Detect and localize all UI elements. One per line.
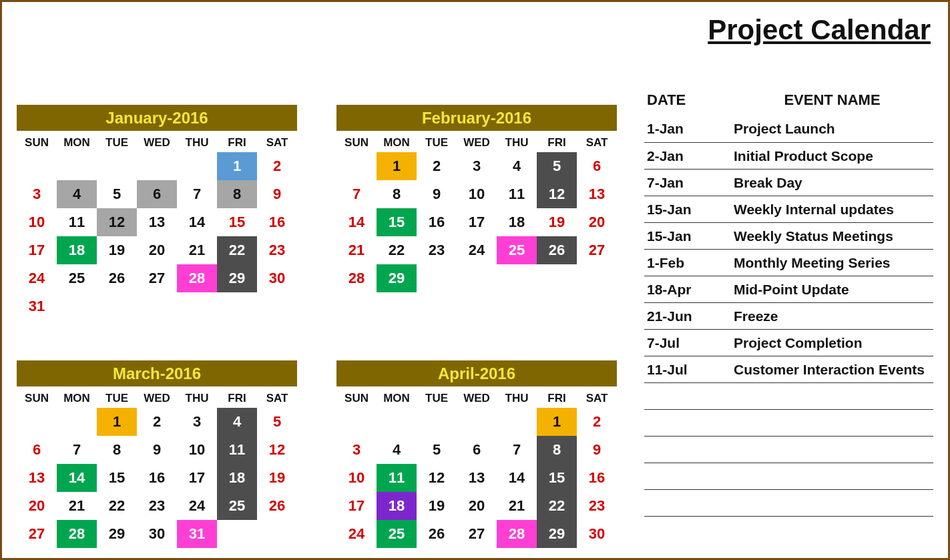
day-cell <box>257 292 297 320</box>
dow-header: TUE <box>97 386 137 408</box>
event-row: 7-JanBreak Day <box>644 169 933 196</box>
page-title: Project Calendar <box>644 11 933 46</box>
day-cell <box>137 152 177 180</box>
event-row: 1-FebMonthly Meeting Series <box>644 249 933 276</box>
day-cell: 8 <box>377 180 417 208</box>
month-title: February-2016 <box>336 105 617 131</box>
dow-header: WED <box>457 131 497 152</box>
day-cell: 28 <box>497 520 537 548</box>
day-cell: 3 <box>177 408 217 436</box>
dow-header: SUN <box>17 386 57 408</box>
day-cell: 16 <box>417 208 457 236</box>
month-title: April-2016 <box>336 360 617 386</box>
day-cell: 13 <box>577 180 617 208</box>
day-cell: 20 <box>137 236 177 264</box>
event-date: 1-Jan <box>644 115 731 142</box>
event-name: Project Completion <box>731 329 933 356</box>
day-cell: 4 <box>57 180 97 208</box>
day-cell <box>57 152 97 180</box>
dow-header: WED <box>457 386 497 408</box>
day-cell: 9 <box>577 436 617 464</box>
day-cell: 22 <box>377 236 417 264</box>
day-cell: 24 <box>457 236 497 264</box>
day-cell: 17 <box>457 208 497 236</box>
day-cell <box>417 264 457 292</box>
day-cell: 21 <box>57 492 97 520</box>
day-cell: 19 <box>97 236 137 264</box>
dow-header: FRI <box>537 131 577 152</box>
event-row: 11-JulCustomer Interaction Events <box>644 356 933 382</box>
event-row: 15-JanWeekly Internal updates <box>644 196 933 222</box>
dow-header: WED <box>137 131 177 152</box>
day-cell: 27 <box>137 264 177 292</box>
day-cell: 20 <box>577 208 617 236</box>
event-date <box>644 489 731 516</box>
day-cell: 14 <box>57 464 97 492</box>
day-cell: 24 <box>336 520 377 548</box>
day-cell: 15 <box>217 208 257 236</box>
event-row-empty <box>644 463 933 489</box>
event-date: 21-Jun <box>644 302 731 329</box>
month-table: SUNMONTUEWEDTHUFRISAT1234567891011121314… <box>17 386 297 548</box>
day-cell: 11 <box>57 208 97 236</box>
day-cell: 9 <box>417 180 457 208</box>
event-name <box>731 436 933 463</box>
day-cell: 10 <box>336 464 377 492</box>
day-cell: 6 <box>137 180 177 208</box>
dow-header: TUE <box>417 386 457 408</box>
day-cell: 16 <box>257 208 297 236</box>
day-cell: 7 <box>57 436 97 464</box>
day-cell: 12 <box>257 436 297 464</box>
month-3: April-2016SUNMONTUEWEDTHUFRISAT123456789… <box>336 360 617 548</box>
dow-header: THU <box>177 131 217 152</box>
day-cell: 17 <box>336 492 377 520</box>
day-cell: 29 <box>377 264 417 292</box>
month-title: March-2016 <box>17 360 297 386</box>
month-table: SUNMONTUEWEDTHUFRISAT1234567891011121314… <box>17 131 297 320</box>
day-cell: 26 <box>257 492 297 520</box>
day-cell: 23 <box>417 236 457 264</box>
dow-header: SUN <box>336 386 377 408</box>
day-cell: 7 <box>177 180 217 208</box>
day-cell: 28 <box>177 264 217 292</box>
day-cell <box>17 152 57 180</box>
event-date: 15-Jan <box>644 222 731 249</box>
dow-header: SUN <box>336 131 377 152</box>
day-cell <box>17 408 57 436</box>
day-cell <box>217 520 257 548</box>
day-cell: 13 <box>457 464 497 492</box>
day-cell: 13 <box>137 208 177 236</box>
day-cell: 27 <box>577 236 617 264</box>
day-cell: 26 <box>417 520 457 548</box>
day-cell: 11 <box>497 180 537 208</box>
day-cell: 11 <box>217 436 257 464</box>
day-cell: 17 <box>17 236 57 264</box>
day-cell: 15 <box>97 464 137 492</box>
day-cell <box>417 408 457 436</box>
month-0: January-2016SUNMONTUEWEDTHUFRISAT1234567… <box>17 105 297 320</box>
day-cell: 28 <box>336 264 377 292</box>
day-cell: 3 <box>457 152 497 180</box>
day-cell: 26 <box>97 264 137 292</box>
day-cell: 23 <box>137 492 177 520</box>
day-cell: 7 <box>336 180 377 208</box>
day-cell <box>217 292 257 320</box>
event-name: Break Day <box>731 169 933 196</box>
day-cell: 20 <box>17 492 57 520</box>
day-cell: 22 <box>97 492 137 520</box>
events-table: DATE EVENT NAME 1-JanProject Launch2-Jan… <box>644 87 933 517</box>
month-table: SUNMONTUEWEDTHUFRISAT1234567891011121314… <box>336 131 617 292</box>
day-cell: 18 <box>377 492 417 520</box>
dow-header: SUN <box>17 131 57 152</box>
event-row: 7-JulProject Completion <box>644 329 933 356</box>
day-cell: 19 <box>537 208 577 236</box>
event-date: 7-Jul <box>644 329 731 356</box>
event-date <box>644 436 731 463</box>
day-cell: 8 <box>537 436 577 464</box>
month-1: February-2016SUNMONTUEWEDTHUFRISAT123456… <box>336 105 617 320</box>
month-2: March-2016SUNMONTUEWEDTHUFRISAT123456789… <box>17 360 297 548</box>
event-name: Project Launch <box>731 115 933 142</box>
day-cell: 16 <box>577 464 617 492</box>
event-row-empty <box>644 382 933 409</box>
day-cell: 18 <box>497 208 537 236</box>
